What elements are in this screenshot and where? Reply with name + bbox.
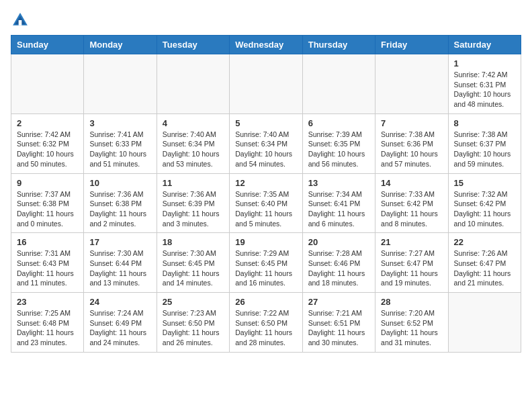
day-number: 11 bbox=[163, 178, 224, 188]
day-info: Sunrise: 7:33 AM Sunset: 6:42 PM Dayligh… bbox=[381, 189, 442, 229]
weekday-header: Monday bbox=[84, 36, 157, 54]
calendar-day-cell: 13Sunrise: 7:34 AM Sunset: 6:41 PM Dayli… bbox=[302, 173, 375, 233]
day-number: 4 bbox=[163, 118, 224, 128]
calendar-day-cell: 26Sunrise: 7:22 AM Sunset: 6:50 PM Dayli… bbox=[230, 293, 302, 353]
day-info: Sunrise: 7:35 AM Sunset: 6:40 PM Dayligh… bbox=[235, 189, 296, 229]
logo bbox=[11, 11, 32, 30]
day-info: Sunrise: 7:24 AM Sunset: 6:49 PM Dayligh… bbox=[89, 308, 150, 348]
day-number: 27 bbox=[308, 297, 369, 307]
day-info: Sunrise: 7:21 AM Sunset: 6:51 PM Dayligh… bbox=[308, 308, 369, 348]
day-info: Sunrise: 7:23 AM Sunset: 6:50 PM Dayligh… bbox=[163, 308, 224, 348]
weekday-header: Sunday bbox=[11, 36, 84, 54]
calendar-day-cell bbox=[230, 54, 302, 114]
calendar-week-row: 2Sunrise: 7:42 AM Sunset: 6:32 PM Daylig… bbox=[11, 113, 521, 173]
day-number: 19 bbox=[235, 237, 296, 247]
calendar-day-cell: 5Sunrise: 7:40 AM Sunset: 6:34 PM Daylig… bbox=[230, 113, 302, 173]
day-number: 15 bbox=[454, 178, 515, 188]
weekday-header: Wednesday bbox=[230, 36, 302, 54]
day-info: Sunrise: 7:30 AM Sunset: 6:45 PM Dayligh… bbox=[163, 248, 224, 288]
day-number: 12 bbox=[235, 178, 296, 188]
calendar-day-cell: 14Sunrise: 7:33 AM Sunset: 6:42 PM Dayli… bbox=[375, 173, 448, 233]
calendar-day-cell: 10Sunrise: 7:36 AM Sunset: 6:38 PM Dayli… bbox=[84, 173, 157, 233]
day-info: Sunrise: 7:22 AM Sunset: 6:50 PM Dayligh… bbox=[235, 308, 296, 348]
weekday-header: Friday bbox=[375, 36, 448, 54]
day-number: 10 bbox=[89, 178, 150, 188]
day-number: 18 bbox=[163, 237, 224, 247]
day-number: 6 bbox=[308, 118, 369, 128]
calendar-day-cell: 7Sunrise: 7:38 AM Sunset: 6:36 PM Daylig… bbox=[375, 113, 448, 173]
day-number: 26 bbox=[235, 297, 296, 307]
day-info: Sunrise: 7:25 AM Sunset: 6:48 PM Dayligh… bbox=[17, 308, 78, 348]
day-info: Sunrise: 7:41 AM Sunset: 6:33 PM Dayligh… bbox=[89, 130, 150, 169]
calendar-day-cell: 6Sunrise: 7:39 AM Sunset: 6:35 PM Daylig… bbox=[302, 113, 375, 173]
day-number: 22 bbox=[454, 237, 515, 247]
calendar-day-cell: 19Sunrise: 7:29 AM Sunset: 6:45 PM Dayli… bbox=[230, 233, 302, 293]
day-info: Sunrise: 7:32 AM Sunset: 6:42 PM Dayligh… bbox=[454, 189, 515, 229]
calendar-day-cell: 4Sunrise: 7:40 AM Sunset: 6:34 PM Daylig… bbox=[157, 113, 229, 173]
calendar-day-cell: 17Sunrise: 7:30 AM Sunset: 6:44 PM Dayli… bbox=[84, 233, 157, 293]
calendar-week-row: 23Sunrise: 7:25 AM Sunset: 6:48 PM Dayli… bbox=[11, 293, 521, 353]
day-number: 5 bbox=[235, 118, 296, 128]
calendar-day-cell bbox=[84, 54, 157, 114]
day-info: Sunrise: 7:37 AM Sunset: 6:38 PM Dayligh… bbox=[17, 189, 78, 229]
calendar-day-cell bbox=[448, 293, 521, 353]
calendar-day-cell bbox=[157, 54, 229, 114]
day-number: 28 bbox=[381, 297, 442, 307]
calendar-day-cell: 27Sunrise: 7:21 AM Sunset: 6:51 PM Dayli… bbox=[302, 293, 375, 353]
day-info: Sunrise: 7:31 AM Sunset: 6:43 PM Dayligh… bbox=[17, 248, 78, 288]
calendar-day-cell: 1Sunrise: 7:42 AM Sunset: 6:31 PM Daylig… bbox=[448, 54, 521, 114]
calendar-week-row: 1Sunrise: 7:42 AM Sunset: 6:31 PM Daylig… bbox=[11, 54, 521, 114]
calendar-header-row: SundayMondayTuesdayWednesdayThursdayFrid… bbox=[11, 36, 521, 54]
day-info: Sunrise: 7:26 AM Sunset: 6:47 PM Dayligh… bbox=[454, 248, 515, 288]
day-number: 8 bbox=[454, 118, 515, 128]
day-info: Sunrise: 7:42 AM Sunset: 6:31 PM Dayligh… bbox=[454, 70, 515, 109]
calendar-day-cell: 23Sunrise: 7:25 AM Sunset: 6:48 PM Dayli… bbox=[11, 293, 84, 353]
day-info: Sunrise: 7:28 AM Sunset: 6:46 PM Dayligh… bbox=[308, 248, 369, 288]
calendar-day-cell: 16Sunrise: 7:31 AM Sunset: 6:43 PM Dayli… bbox=[11, 233, 84, 293]
weekday-header: Saturday bbox=[448, 36, 521, 54]
day-number: 7 bbox=[381, 118, 442, 128]
day-info: Sunrise: 7:40 AM Sunset: 6:34 PM Dayligh… bbox=[163, 130, 224, 169]
day-number: 3 bbox=[89, 118, 150, 128]
calendar-day-cell bbox=[11, 54, 84, 114]
calendar-day-cell: 15Sunrise: 7:32 AM Sunset: 6:42 PM Dayli… bbox=[448, 173, 521, 233]
day-info: Sunrise: 7:38 AM Sunset: 6:37 PM Dayligh… bbox=[454, 130, 515, 169]
calendar-day-cell: 2Sunrise: 7:42 AM Sunset: 6:32 PM Daylig… bbox=[11, 113, 84, 173]
day-number: 17 bbox=[89, 237, 150, 247]
calendar-day-cell: 18Sunrise: 7:30 AM Sunset: 6:45 PM Dayli… bbox=[157, 233, 229, 293]
calendar-day-cell: 22Sunrise: 7:26 AM Sunset: 6:47 PM Dayli… bbox=[448, 233, 521, 293]
calendar-day-cell: 28Sunrise: 7:20 AM Sunset: 6:52 PM Dayli… bbox=[375, 293, 448, 353]
day-number: 13 bbox=[308, 178, 369, 188]
calendar-table: SundayMondayTuesdayWednesdayThursdayFrid… bbox=[11, 35, 521, 353]
day-info: Sunrise: 7:42 AM Sunset: 6:32 PM Dayligh… bbox=[17, 130, 78, 169]
calendar-day-cell: 21Sunrise: 7:27 AM Sunset: 6:47 PM Dayli… bbox=[375, 233, 448, 293]
day-info: Sunrise: 7:20 AM Sunset: 6:52 PM Dayligh… bbox=[381, 308, 442, 348]
day-info: Sunrise: 7:40 AM Sunset: 6:34 PM Dayligh… bbox=[235, 130, 296, 169]
calendar-day-cell: 9Sunrise: 7:37 AM Sunset: 6:38 PM Daylig… bbox=[11, 173, 84, 233]
calendar-day-cell: 12Sunrise: 7:35 AM Sunset: 6:40 PM Dayli… bbox=[230, 173, 302, 233]
day-info: Sunrise: 7:34 AM Sunset: 6:41 PM Dayligh… bbox=[308, 189, 369, 229]
logo-icon bbox=[11, 11, 30, 30]
day-number: 21 bbox=[381, 237, 442, 247]
calendar-day-cell bbox=[302, 54, 375, 114]
day-info: Sunrise: 7:30 AM Sunset: 6:44 PM Dayligh… bbox=[89, 248, 150, 288]
day-number: 16 bbox=[17, 237, 78, 247]
day-number: 1 bbox=[454, 58, 515, 68]
day-number: 20 bbox=[308, 237, 369, 247]
calendar-week-row: 16Sunrise: 7:31 AM Sunset: 6:43 PM Dayli… bbox=[11, 233, 521, 293]
day-number: 14 bbox=[381, 178, 442, 188]
calendar-day-cell: 20Sunrise: 7:28 AM Sunset: 6:46 PM Dayli… bbox=[302, 233, 375, 293]
calendar-day-cell: 24Sunrise: 7:24 AM Sunset: 6:49 PM Dayli… bbox=[84, 293, 157, 353]
svg-rect-2 bbox=[19, 20, 22, 26]
calendar-day-cell: 11Sunrise: 7:36 AM Sunset: 6:39 PM Dayli… bbox=[157, 173, 229, 233]
day-info: Sunrise: 7:38 AM Sunset: 6:36 PM Dayligh… bbox=[381, 130, 442, 169]
day-info: Sunrise: 7:36 AM Sunset: 6:38 PM Dayligh… bbox=[89, 189, 150, 229]
day-info: Sunrise: 7:39 AM Sunset: 6:35 PM Dayligh… bbox=[308, 130, 369, 169]
calendar-day-cell: 25Sunrise: 7:23 AM Sunset: 6:50 PM Dayli… bbox=[157, 293, 229, 353]
weekday-header: Tuesday bbox=[157, 36, 229, 54]
day-info: Sunrise: 7:36 AM Sunset: 6:39 PM Dayligh… bbox=[163, 189, 224, 229]
weekday-header: Thursday bbox=[302, 36, 375, 54]
day-number: 23 bbox=[17, 297, 78, 307]
page-header bbox=[11, 11, 521, 30]
day-number: 25 bbox=[163, 297, 224, 307]
